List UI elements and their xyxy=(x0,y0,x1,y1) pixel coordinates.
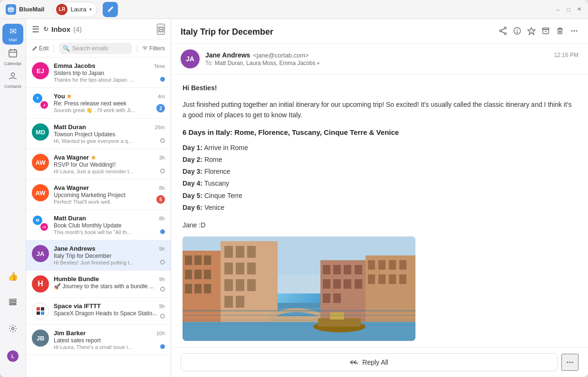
trash-button[interactable] xyxy=(556,27,564,38)
sidebar-item-contacts[interactable]: Contacts xyxy=(2,69,23,90)
edit-button[interactable]: Edit xyxy=(32,45,49,52)
window-controls: – □ ✕ xyxy=(555,6,582,13)
footer-more-button[interactable] xyxy=(561,354,578,371)
search-bar[interactable]: 🔍 Search emails xyxy=(59,43,133,54)
search-placeholder: Search emails xyxy=(72,45,108,52)
email-preview: Perfect! That'll work well. xyxy=(54,199,165,205)
email-subject: Re: Press release next week xyxy=(54,100,165,107)
svg-rect-63 xyxy=(270,316,323,322)
sidebar-nav: ✉ Mail Calendar xyxy=(0,19,26,377)
sender-info: Jane Andrews <jane@cortab.com> 12:16 PM … xyxy=(205,51,578,66)
svg-rect-14 xyxy=(37,307,40,311)
venice-image xyxy=(183,236,415,341)
list-item[interactable]: EJ Emma Jacobs Now Sisters trip to Japan… xyxy=(26,57,171,88)
email-preview: This month's book will be "All th... xyxy=(54,229,165,235)
svg-rect-72 xyxy=(355,279,362,289)
sender-email: <jane@cortab.com> xyxy=(253,52,308,59)
account-selector[interactable]: LR Laura ▾ xyxy=(54,2,96,17)
svg-rect-53 xyxy=(236,246,244,258)
email-time: 3h xyxy=(159,155,165,160)
detail-footer: Reply All xyxy=(171,347,588,377)
email-sender: Space via IFTTT xyxy=(54,302,101,310)
contacts-label: Contacts xyxy=(4,84,21,89)
email-subject: Book Club Monthly Update xyxy=(54,222,165,229)
sidebar-item-profile[interactable]: L xyxy=(2,346,23,367)
svg-rect-44 xyxy=(204,255,211,265)
svg-rect-48 xyxy=(185,284,192,293)
reply-all-button[interactable]: Reply All xyxy=(181,353,558,371)
svg-rect-49 xyxy=(194,284,202,293)
email-detail-subject: Italy Trip for December xyxy=(181,27,499,37)
circle-button[interactable] xyxy=(513,27,521,38)
sidebar-item-list[interactable] xyxy=(2,292,23,313)
svg-rect-69 xyxy=(323,279,330,289)
svg-rect-67 xyxy=(344,265,351,274)
minimize-button[interactable]: – xyxy=(555,6,561,13)
svg-rect-76 xyxy=(368,260,375,270)
list-item[interactable]: JA Jane Andrews 9h Italy Trip for Decemb… xyxy=(26,240,171,271)
email-time: 9h xyxy=(159,303,165,309)
avatar: JA xyxy=(32,245,49,262)
list-item[interactable]: M +3 Matt Duran 8h Book Club Monthly Upd… xyxy=(26,210,171,240)
sidebar-item-calendar[interactable]: Calendar xyxy=(2,47,23,67)
list-view-button[interactable]: ⊟ xyxy=(157,24,165,35)
star-button[interactable] xyxy=(527,27,536,38)
sidebar-item-settings[interactable] xyxy=(2,319,23,340)
list-icon xyxy=(9,298,17,308)
refresh-icon[interactable]: ↻ xyxy=(43,26,48,33)
email-preview: Thanks for the tips about Japan. ... xyxy=(54,77,165,83)
svg-line-21 xyxy=(501,29,504,30)
email-sender: Jim Barker xyxy=(54,330,86,337)
svg-rect-65 xyxy=(323,265,330,274)
thumbsup-icon: 👍 xyxy=(8,271,18,282)
svg-rect-82 xyxy=(389,274,396,284)
svg-rect-88 xyxy=(183,315,415,316)
more-options-button[interactable] xyxy=(570,27,578,38)
svg-rect-81 xyxy=(378,274,386,284)
reply-all-label: Reply All xyxy=(362,358,388,366)
body-greeting: Hi Besties! xyxy=(183,84,577,92)
email-list-header: ☰ ↻ Inbox (4) ⊟ xyxy=(26,19,171,40)
email-time: 9h xyxy=(159,276,165,282)
calendar-label: Calendar xyxy=(4,61,22,66)
email-time: 9h xyxy=(159,246,165,252)
sidebar-item-mail[interactable]: ✉ Mail xyxy=(2,24,23,45)
list-item[interactable]: AW Ava Wagner ★ 3h RSVP for Our Wedding!… xyxy=(26,149,171,179)
svg-rect-46 xyxy=(194,270,202,279)
email-subject: RSVP for Our Wedding!! xyxy=(54,161,165,168)
list-item[interactable]: Space via IFTTT 9h SpaceX Dragon Heads t… xyxy=(26,298,171,325)
unread-dot xyxy=(160,138,165,143)
app-name: BlueMail xyxy=(19,6,44,13)
contacts-icon xyxy=(8,71,18,83)
list-item[interactable]: H Humble Bundle 9h 🚀 Journey to the star… xyxy=(26,271,171,298)
email-time: 4m xyxy=(158,94,165,99)
email-sender: Emma Jacobs xyxy=(54,62,95,69)
list-item[interactable]: JB Jim Barker 10h Latest sales report Hi… xyxy=(26,325,171,355)
email-sender: You ★ xyxy=(54,93,72,100)
unread-dot xyxy=(160,77,165,82)
email-preview: Hi Laura, Just a quick reminder t... xyxy=(54,169,165,174)
filters-button[interactable]: Filters xyxy=(142,45,165,52)
list-item[interactable]: MD Matt Duran 26m Towson Project Updates… xyxy=(26,119,171,149)
svg-rect-17 xyxy=(41,311,44,315)
to-chevron-icon[interactable]: ▾ xyxy=(317,61,319,66)
compose-button[interactable] xyxy=(103,2,118,17)
svg-line-22 xyxy=(501,32,504,33)
email-time: 8h xyxy=(159,216,165,221)
list-item[interactable]: Y J You ★ 4m Re: Press release next week… xyxy=(26,88,171,119)
close-button[interactable]: ✕ xyxy=(576,6,582,13)
email-time: 26m xyxy=(155,124,165,130)
email-sender: Ava Wagner ★ xyxy=(54,154,96,161)
archive-button[interactable] xyxy=(541,27,550,38)
sidebar-item-like[interactable]: 👍 xyxy=(2,266,23,287)
share-button[interactable] xyxy=(499,27,507,38)
unread-dot xyxy=(160,169,165,173)
svg-point-18 xyxy=(504,27,506,29)
maximize-button[interactable]: □ xyxy=(565,6,572,13)
gear-icon xyxy=(9,324,17,335)
hamburger-button[interactable]: ☰ xyxy=(32,24,39,35)
svg-rect-66 xyxy=(333,265,341,274)
svg-point-92 xyxy=(569,362,571,363)
email-sender: Matt Duran xyxy=(54,215,86,222)
list-item[interactable]: AW Ava Wagner 8h Upcoming Marketing Proj… xyxy=(26,179,171,210)
